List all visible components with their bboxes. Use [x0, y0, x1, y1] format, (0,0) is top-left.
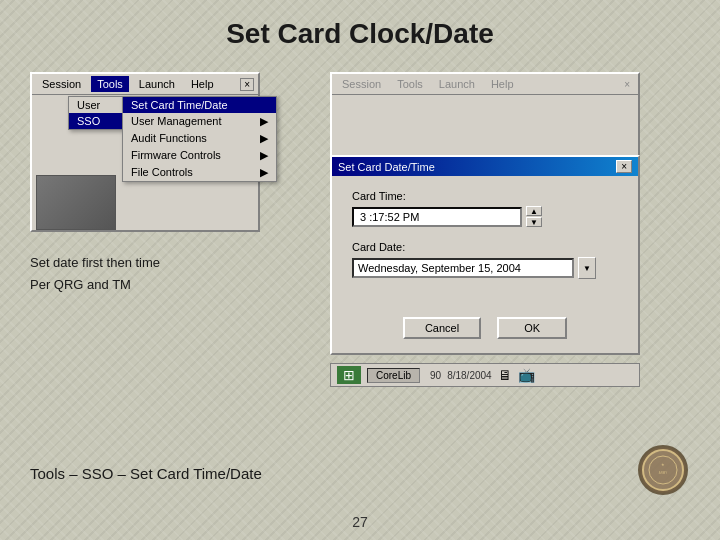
card-date-select-row: ▼ — [352, 257, 618, 279]
submenu-file-controls[interactable]: File Controls ▶ — [123, 164, 276, 181]
menu-session[interactable]: Session — [36, 76, 87, 92]
spin-up-button[interactable]: ▲ — [526, 206, 542, 216]
right-menu-help: Help — [485, 76, 520, 92]
menu-launch[interactable]: Launch — [133, 76, 181, 92]
right-menu-bar-bg: Session Tools Launch Help × — [330, 72, 640, 157]
photo-placeholder — [36, 175, 116, 230]
taskbar: ⊞ CoreLib 90 8/18/2004 🖥 📺 — [330, 363, 640, 387]
start-button[interactable]: ⊞ — [337, 366, 361, 384]
ok-button[interactable]: OK — [497, 317, 567, 339]
card-time-input[interactable] — [352, 207, 522, 227]
corelib-taskbar-item[interactable]: CoreLib — [367, 368, 420, 383]
taskbar-monitor-icon[interactable]: 📺 — [518, 367, 535, 383]
dialog-content: Card Time: ▲ ▼ Card Date: ▼ — [332, 176, 638, 307]
submenu: Set Card Time/Date User Management ▶ Aud… — [122, 96, 277, 182]
set-date-line2: Per QRG and TM — [30, 274, 310, 296]
card-date-label: Card Date: — [352, 241, 618, 253]
submenu-user-management[interactable]: User Management ▶ — [123, 113, 276, 130]
dialog-titlebar: Set Card Date/Time × — [332, 157, 638, 176]
dialog-close-button[interactable]: × — [616, 160, 632, 173]
card-date-select[interactable] — [352, 258, 574, 278]
right-menu-tools: Tools — [391, 76, 429, 92]
right-menu-close: × — [620, 77, 634, 92]
left-panel: Session Tools Launch Help × User ▶ SSO — [30, 62, 310, 442]
submenu-audit-functions[interactable]: Audit Functions ▶ — [123, 130, 276, 147]
right-panel: Session Tools Launch Help × Set Card Dat… — [330, 72, 690, 442]
set-date-line1: Set date first then time — [30, 252, 310, 274]
right-menu-session: Session — [336, 76, 387, 92]
right-bg-bar: Session Tools Launch Help × — [332, 74, 638, 95]
submenu-firmware-controls[interactable]: Firmware Controls ▶ — [123, 147, 276, 164]
dialog-title: Set Card Date/Time — [338, 161, 435, 173]
card-time-spinner[interactable]: ▲ ▼ — [526, 206, 542, 227]
taskbar-time: 8/18/2004 — [447, 370, 492, 381]
slide-title: Set Card Clock/Date — [0, 0, 720, 62]
svg-text:ARMY: ARMY — [659, 471, 668, 475]
spin-down-button[interactable]: ▼ — [526, 217, 542, 227]
dialog-buttons: Cancel OK — [332, 307, 638, 353]
page-number: 27 — [352, 514, 368, 530]
taskbar-icon-go: 90 — [430, 370, 441, 381]
submenu-set-card-time[interactable]: Set Card Time/Date — [123, 97, 276, 113]
card-date-group: Card Date: ▼ — [352, 241, 618, 279]
dialog-box: Set Card Date/Time × Card Time: ▲ ▼ — [330, 155, 640, 355]
card-time-input-row: ▲ ▼ — [352, 206, 618, 227]
taskbar-network-icon[interactable]: 🖥 — [498, 367, 512, 383]
left-bottom-text: Set date first then time Per QRG and TM — [30, 252, 310, 296]
military-patch: ★ ARMY — [638, 445, 688, 495]
card-time-label: Card Time: — [352, 190, 618, 202]
menu-help[interactable]: Help — [185, 76, 220, 92]
tools-text: Tools – SSO – Set Card Time/Date — [30, 465, 262, 482]
date-dropdown-button[interactable]: ▼ — [578, 257, 596, 279]
menu-window: Session Tools Launch Help × User ▶ SSO — [30, 72, 260, 232]
menu-tools[interactable]: Tools — [91, 76, 129, 92]
card-time-group: Card Time: ▲ ▼ — [352, 190, 618, 227]
cancel-button[interactable]: Cancel — [403, 317, 481, 339]
svg-text:★: ★ — [661, 462, 665, 467]
menu-bar: Session Tools Launch Help × — [32, 74, 258, 95]
right-menu-launch: Launch — [433, 76, 481, 92]
menu-close[interactable]: × — [240, 78, 254, 91]
